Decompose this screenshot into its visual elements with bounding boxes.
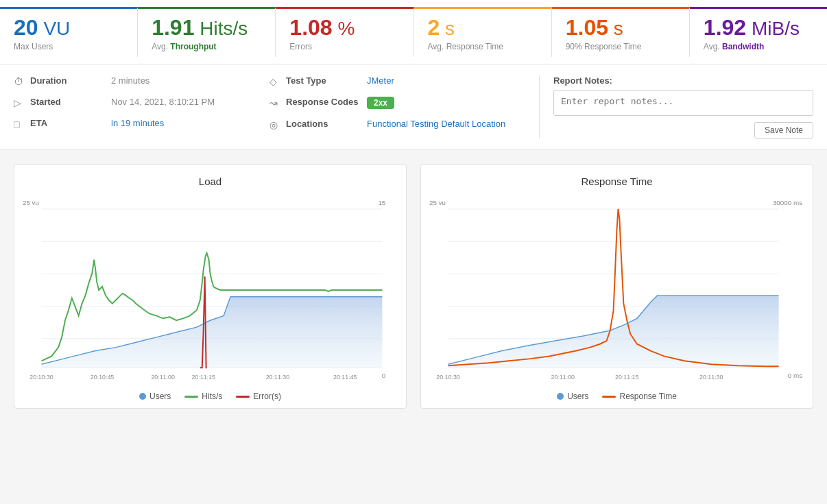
- svg-text:0 ms: 0 ms: [788, 372, 802, 379]
- info-row-eta: □ ETA in 19 minutes: [14, 118, 269, 130]
- svg-text:20:11:00: 20:11:00: [151, 374, 175, 381]
- legend-hits-label: Hits/s: [202, 392, 222, 401]
- metric-errors-unit: %: [337, 18, 355, 39]
- test-type-val[interactable]: JMeter: [367, 75, 394, 86]
- legend-response-time-label: Response Time: [619, 392, 676, 401]
- metric-errors-value: 1.08: [289, 15, 332, 40]
- response-codes-key: Response Codes: [286, 97, 361, 107]
- eta-val[interactable]: in 19 minutes: [111, 118, 164, 128]
- load-chart-container: Load 25 vu 15 0: [14, 164, 407, 409]
- load-chart-svg: 25 vu 15 0: [21, 194, 399, 386]
- metric-avg-response-unit: s: [445, 18, 455, 39]
- play-icon: ▷: [14, 97, 25, 108]
- svg-text:20:11:45: 20:11:45: [333, 374, 357, 381]
- metric-avg-response-label: Avg. Response Time: [428, 42, 538, 51]
- metric-max-users-value: 20: [14, 15, 38, 40]
- metric-max-users: 20 VU Max Users: [0, 7, 138, 57]
- metric-errors-label: Errors: [289, 42, 399, 51]
- info-section: ⏱ Duration 2 minutes ▷ Started Nov 14, 2…: [0, 64, 827, 150]
- report-notes-input[interactable]: [553, 90, 813, 116]
- metric-p90-unit: s: [614, 18, 623, 39]
- legend-users: Users: [139, 392, 171, 401]
- info-col-left: ⏱ Duration 2 minutes ▷ Started Nov 14, 2…: [14, 75, 269, 139]
- metric-throughput-label: Avg. Throughput: [152, 42, 261, 51]
- legend-errors: Error(s): [236, 392, 281, 401]
- eta-key: ETA: [30, 118, 106, 128]
- legend-response-users-label: Users: [567, 392, 588, 401]
- metric-bandwidth-label: Avg. Bandwidth: [704, 42, 813, 51]
- svg-text:20:10:30: 20:10:30: [436, 374, 460, 381]
- load-chart-title: Load: [21, 176, 399, 187]
- response-chart-legend: Users Response Time: [428, 392, 806, 401]
- svg-text:25 vu: 25 vu: [23, 199, 39, 206]
- location-icon: ◎: [269, 119, 280, 130]
- metric-throughput-value: 1.91: [152, 15, 194, 40]
- svg-text:20:11:30: 20:11:30: [699, 374, 723, 381]
- response-codes-badge: 2xx: [367, 97, 394, 109]
- metric-bandwidth-unit: MiB/s: [752, 18, 800, 39]
- response-chart-area: 25 vu 30000 ms 0 ms: [428, 194, 806, 386]
- metric-p90-value: 1.05: [566, 15, 608, 40]
- metric-bandwidth: 1.92 MiB/s Avg. Bandwidth: [690, 7, 827, 57]
- load-chart-legend: Users Hits/s Error(s): [21, 392, 399, 401]
- top-metrics-bar: 20 VU Max Users 1.91 Hits/s Avg. Through…: [0, 0, 827, 64]
- svg-text:20:10:45: 20:10:45: [91, 374, 115, 381]
- svg-text:20:11:15: 20:11:15: [191, 374, 215, 381]
- legend-response-time: Response Time: [602, 392, 676, 401]
- svg-text:0: 0: [382, 372, 386, 379]
- duration-val: 2 minutes: [111, 75, 149, 86]
- charts-section: Load 25 vu 15 0: [0, 150, 827, 422]
- svg-text:30000 ms: 30000 ms: [773, 199, 802, 206]
- response-codes-icon: ↝: [269, 97, 280, 108]
- info-row-duration: ⏱ Duration 2 minutes: [14, 75, 269, 87]
- metric-throughput-unit: Hits/s: [200, 18, 248, 39]
- test-type-key: Test Type: [286, 75, 361, 86]
- svg-text:25 vu: 25 vu: [429, 199, 446, 206]
- info-col-middle: ◇ Test Type JMeter ↝ Response Codes 2xx …: [269, 75, 525, 139]
- info-row-test-type: ◇ Test Type JMeter: [269, 75, 525, 87]
- clock-icon: ⏱: [14, 76, 25, 87]
- report-notes-label: Report Notes:: [553, 75, 813, 86]
- metric-errors: 1.08 % Errors: [276, 7, 414, 57]
- metric-bandwidth-value: 1.92: [704, 15, 746, 40]
- metric-p90-response: 1.05 s 90% Response Time: [552, 7, 690, 57]
- started-key: Started: [30, 97, 106, 107]
- metric-avg-response: 2 s Avg. Response Time: [414, 7, 552, 57]
- metric-throughput: 1.91 Hits/s Avg. Throughput: [138, 7, 276, 57]
- save-note-button[interactable]: Save Note: [754, 122, 813, 139]
- started-val: Nov 14, 2021, 8:10:21 PM: [111, 97, 215, 107]
- metric-p90-label: 90% Response Time: [566, 42, 675, 51]
- legend-hits: Hits/s: [184, 392, 222, 401]
- legend-errors-label: Error(s): [253, 392, 281, 401]
- response-chart-title: Response Time: [428, 176, 806, 187]
- response-chart-container: Response Time 25 vu 30000 ms 0 ms: [420, 164, 813, 409]
- metric-max-users-label: Max Users: [14, 42, 123, 51]
- legend-users-label: Users: [149, 392, 171, 401]
- svg-text:20:11:00: 20:11:00: [551, 374, 575, 381]
- info-row-started: ▷ Started Nov 14, 2021, 8:10:21 PM: [14, 97, 269, 108]
- svg-text:20:10:30: 20:10:30: [29, 374, 53, 381]
- eta-icon: □: [14, 119, 25, 130]
- report-notes-section: Report Notes: Save Note: [539, 75, 813, 139]
- response-chart-svg: 25 vu 30000 ms 0 ms: [428, 194, 806, 386]
- duration-key: Duration: [30, 75, 106, 86]
- metric-max-users-unit: VU: [43, 18, 70, 39]
- tag-icon: ◇: [269, 76, 280, 87]
- legend-response-users: Users: [557, 392, 588, 401]
- locations-key: Locations: [286, 119, 361, 129]
- locations-val[interactable]: Functional Testing Default Location: [367, 119, 505, 129]
- svg-text:20:11:15: 20:11:15: [615, 374, 639, 381]
- svg-text:15: 15: [378, 199, 385, 206]
- info-row-locations: ◎ Locations Functional Testing Default L…: [269, 119, 525, 130]
- info-row-response-codes: ↝ Response Codes 2xx: [269, 97, 525, 109]
- svg-text:20:11:30: 20:11:30: [266, 374, 290, 381]
- load-chart-area: 25 vu 15 0: [21, 194, 399, 386]
- metric-avg-response-value: 2: [428, 15, 440, 40]
